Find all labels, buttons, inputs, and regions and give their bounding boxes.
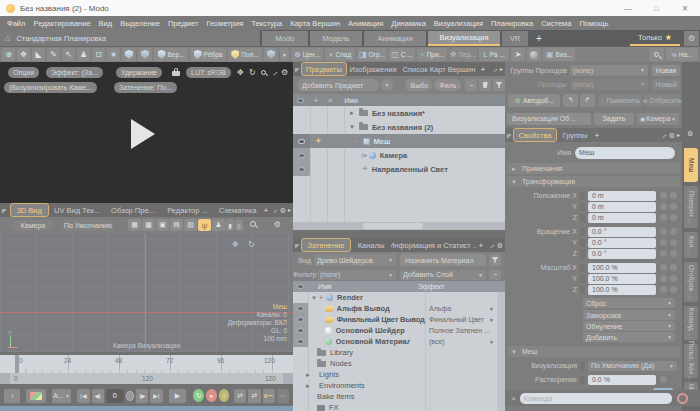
view-dropdown[interactable]: Древо Шейдеров▼ (314, 254, 396, 266)
tool-magnifier-button[interactable] (649, 48, 664, 61)
tool-rendopen-button[interactable]: ▣Виз... (543, 48, 575, 61)
tab-add-shader[interactable]: + (477, 241, 485, 250)
vp-shade5-button[interactable]: ▧ (184, 219, 197, 231)
menu-dynamics[interactable]: Динамика (391, 19, 426, 28)
side-tab-surface[interactable]: Поверхн ... (684, 186, 698, 228)
vp-axis1-button[interactable]: ▮ (226, 219, 234, 231)
apply-button[interactable]: ↓Применить (599, 94, 642, 107)
vp-action-center-button[interactable]: ψ (198, 219, 211, 231)
tab-groups[interactable]: Группы (557, 131, 593, 140)
panel-corner-icon[interactable]: ◤ (0, 207, 10, 214)
assign-material-button[interactable]: Назначить Материал (400, 254, 486, 266)
scale-x-field[interactable]: 100.0 % (588, 263, 656, 273)
tool-pen-button[interactable]: ✎ (47, 48, 60, 61)
render-visibility-dropdown[interactable]: По Умолчанию (Да)▼ (588, 361, 677, 371)
tool-walk-button[interactable]: ★ (107, 48, 120, 61)
add-item-dropdown[interactable]: ▼ (381, 79, 394, 91)
tool-polygons-button[interactable]: Пол... (228, 48, 262, 61)
loop1-button[interactable]: ⇄ (234, 389, 246, 403)
tool-move-button[interactable]: ✥ (17, 48, 30, 61)
vp-shade3-button[interactable]: ▣ (156, 219, 169, 231)
menu-texture[interactable]: Текстура (251, 19, 282, 28)
tool-center-button[interactable]: ⊕Цен... (291, 48, 323, 61)
key-down-button[interactable]: ↱ (580, 94, 595, 107)
scale-z-field[interactable]: 100.0 % (588, 285, 656, 295)
tab-add-items[interactable]: + (479, 65, 487, 74)
record-button[interactable] (677, 393, 688, 404)
shader-funnel-button[interactable] (489, 254, 501, 266)
tool-shield2-button[interactable] (138, 48, 152, 61)
panel-corner-icon[interactable]: ◤ (293, 242, 301, 249)
item-row-scene1[interactable]: ► Без названия* (293, 106, 505, 120)
item-row-camera[interactable]: − (e Камера (293, 148, 505, 162)
tab-vr[interactable]: VR (502, 31, 528, 46)
tab-add[interactable]: + (532, 31, 546, 46)
shader-row-nodes[interactable]: Nodes (293, 358, 497, 369)
viewport-canvas[interactable]: ✥ ↻ Меш Каналы: 0 Деформаторы: ВКЛ GL: 0… (0, 233, 293, 352)
menu-help[interactable]: Помощь (579, 19, 608, 28)
auto-key-dropdown[interactable]: А...▼ (52, 389, 72, 403)
gauge-button[interactable]: ● (206, 389, 217, 402)
new-pass-group-button[interactable]: Новая (652, 65, 680, 76)
key-up-button[interactable]: ↰ (563, 94, 578, 107)
tab-vertex-maps[interactable]: Список Карт Вершин (399, 65, 479, 74)
item-row-scene2[interactable]: ▼ Без названия (2) (293, 120, 505, 134)
shader-row-material[interactable]: − Основной Материал (все) ▼ (293, 336, 497, 347)
tab-model[interactable]: Модель (310, 31, 362, 46)
position-x-field[interactable]: 0 m (588, 191, 656, 201)
tab-info-stats[interactable]: Информация и Статист ... (391, 241, 477, 250)
minimize-button[interactable]: — (614, 0, 642, 16)
tab-images[interactable]: Изображения (347, 65, 399, 74)
tab-graph-editor[interactable]: Редактор ... (161, 206, 215, 215)
vp-pan-icon[interactable]: ✥ (232, 241, 239, 249)
tool-persp-button[interactable]: ✥Пер... (449, 48, 477, 61)
play-button[interactable]: ▶ (169, 389, 187, 403)
add-transform-button[interactable]: Добавить▼ (583, 332, 675, 342)
tab-modo[interactable]: Modo (262, 31, 308, 46)
menu-vertexmap[interactable]: Карта Вершин (290, 19, 340, 28)
gear-icon[interactable]: ⚙ (687, 130, 693, 137)
tool-arrow-button[interactable]: ➤ (511, 48, 525, 61)
select-button[interactable]: Выбо ... (405, 79, 432, 91)
vp-shade2-button[interactable]: ▩ (142, 219, 155, 231)
preview-shading-button[interactable]: Затенение: По... (114, 82, 177, 93)
tool-workplane-button[interactable]: LРа ... (479, 48, 509, 61)
expand-icon[interactable]: ↔ (269, 67, 280, 78)
vp-axis2-button[interactable]: ▯ (235, 219, 243, 231)
menu-file[interactable]: Файл (7, 19, 25, 28)
tool-symmetry-button[interactable]: ◫С ... (389, 48, 415, 61)
close-button[interactable]: × (670, 0, 700, 16)
dissolve-field[interactable]: 0.0 % (588, 375, 656, 385)
tool-globe-button[interactable]: ⊕ (2, 48, 15, 61)
maximize-button[interactable]: □ (642, 0, 670, 16)
tab-uv-view[interactable]: UV Вид Тек... (49, 206, 105, 215)
current-frame-field[interactable]: 0 (106, 389, 124, 403)
mesh-section-header[interactable]: ▼ Меш (507, 346, 680, 357)
menu-system[interactable]: Система (541, 19, 571, 28)
add-layer-dropdown[interactable]: Добавить Слой▼ (400, 270, 486, 280)
key-button[interactable] (263, 389, 275, 403)
vp-zoom-icon[interactable] (250, 221, 256, 227)
tool-sphere-button[interactable] (527, 48, 541, 61)
preview-hold-button[interactable]: Удержание (116, 67, 162, 78)
frame-toggle[interactable] (126, 391, 135, 401)
tab-schematic[interactable]: Схематика (214, 206, 261, 215)
graph-button[interactable] (26, 389, 46, 403)
notes-section-header[interactable]: ► Примечания (507, 163, 680, 174)
tab-properties[interactable]: Свойства (513, 128, 557, 142)
layout-switcher[interactable]: ⌂ Стандартная Планировка (0, 30, 260, 46)
preview-lut-button[interactable]: LUT: sRGB (186, 67, 231, 78)
discard-button[interactable]: ⊗Отбросить (644, 94, 680, 107)
shader-row-bake[interactable]: Bake Items (293, 391, 497, 402)
vp-shade1-button[interactable]: ▦ (128, 219, 141, 231)
passes-dropdown[interactable]: (none)▼ (570, 79, 648, 90)
vp-rotate-icon[interactable]: ↻ (248, 241, 255, 249)
items-hscrollbar[interactable] (293, 222, 505, 230)
clock-button[interactable]: ○ (219, 389, 230, 402)
item-row-mesh[interactable]: + − Меш (293, 134, 505, 148)
vp-shade4-button[interactable]: ▤ (170, 219, 183, 231)
pan-icon[interactable]: ✥ (237, 69, 244, 77)
tab-3d-view[interactable]: 3D Вид (10, 203, 49, 217)
add-channel-icon[interactable]: + (310, 134, 327, 148)
tool-link-button[interactable]: %На... (666, 48, 698, 61)
